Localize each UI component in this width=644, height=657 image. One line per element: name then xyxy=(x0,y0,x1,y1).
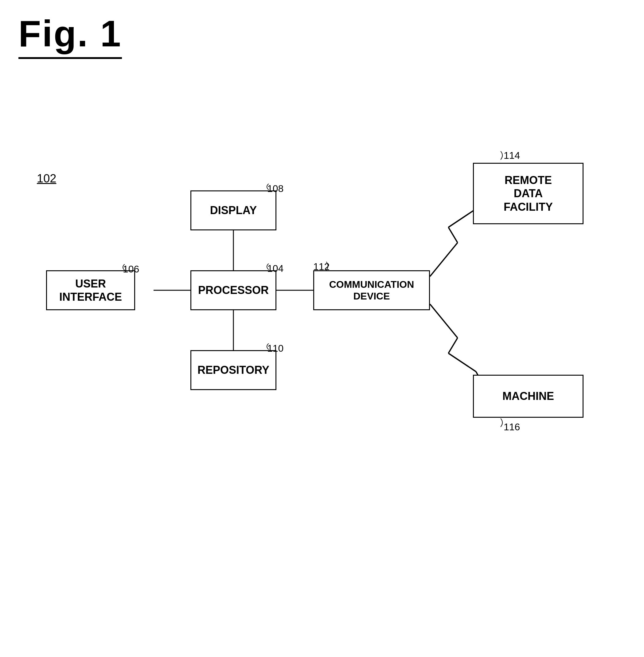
svg-line-8 xyxy=(430,304,458,338)
svg-line-9 xyxy=(448,338,458,353)
display-box: DISPLAY xyxy=(190,190,276,230)
machine-box: MACHINE xyxy=(473,375,583,418)
svg-line-4 xyxy=(430,243,458,276)
remote-data-facility-box: REMOTE DATA FACILITY xyxy=(473,163,583,224)
user-interface-box: USER INTERFACE xyxy=(46,270,135,310)
svg-line-10 xyxy=(448,353,476,372)
system-label: 102 xyxy=(37,172,56,185)
processor-box: PROCESSOR xyxy=(190,270,276,310)
svg-line-5 xyxy=(448,227,458,243)
figure-title: Fig. 1 xyxy=(18,12,122,59)
repository-box: REPOSITORY xyxy=(190,350,276,390)
diagram-container: Fig. 1 102 DISPLAY 108 xyxy=(0,0,644,657)
svg-line-6 xyxy=(448,209,476,227)
diagram-lines xyxy=(0,0,644,657)
communication-device-box: COMMUNICATION DEVICE xyxy=(313,270,430,310)
